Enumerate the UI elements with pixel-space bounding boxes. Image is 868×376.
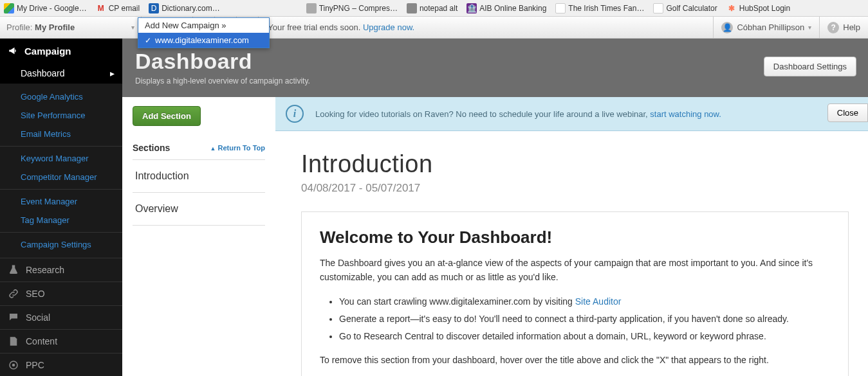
chevron-down-icon: ▾ — [131, 24, 134, 31]
user-menu[interactable]: 👤 Cóbhan Phillipson ▾ — [713, 17, 819, 38]
sidebar-dashboard[interactable]: Dashboard ▸ — [0, 63, 122, 84]
notepad-icon — [407, 3, 417, 13]
bookmark-notepad[interactable]: notepad alt — [407, 3, 457, 13]
welcome-bullet-1: You can start crawling www.digitalexamin… — [339, 293, 830, 310]
dropdown-add-campaign[interactable]: Add New Campaign » — [138, 18, 269, 33]
sidebar-link-email-metrics[interactable]: Email Metrics — [0, 125, 122, 143]
sidebar-cat-social[interactable]: Social — [0, 305, 122, 329]
campaign-dropdown: Add New Campaign » www.digitalexaminer.c… — [138, 17, 270, 48]
bookmark-label: Golf Calculator — [666, 4, 717, 13]
sidebar-link-site-performance[interactable]: Site Performance — [0, 106, 122, 125]
chat-icon — [8, 312, 19, 323]
info-icon: i — [286, 105, 304, 123]
chevron-down-icon: ▾ — [808, 24, 811, 31]
page-subtitle: Displays a high-level overview of campai… — [135, 76, 855, 85]
sidebar-campaign-label: Campaign — [24, 46, 71, 57]
dropdown-selected-label: www.digitalexaminer.com — [155, 35, 249, 45]
sidebar-link-google-analytics[interactable]: Google Analytics — [0, 87, 122, 106]
section-item-overview[interactable]: Overview — [133, 192, 265, 226]
golf-icon — [653, 3, 663, 13]
dict-icon: D — [149, 3, 159, 13]
bookmark-tinypng[interactable]: TinyPNG – Compres… — [306, 3, 398, 13]
sidebar-cat-content[interactable]: Content — [0, 329, 122, 353]
irishtimes-icon — [555, 3, 566, 13]
target-icon — [8, 359, 19, 371]
campaign-selector[interactable]: Campaign Add New Campaign » www.digitale… — [142, 17, 193, 38]
help-button[interactable]: ? Help — [819, 17, 868, 38]
aib-icon: 🏦 — [466, 3, 477, 13]
sidebar-link-event-manager[interactable]: Event Manager — [0, 192, 122, 211]
svg-point-1 — [12, 364, 15, 367]
bookmark-aib[interactable]: 🏦AIB Online Banking — [466, 3, 546, 13]
sections-column: Add Section Sections Return To Top Intro… — [122, 97, 275, 376]
dropdown-selected-campaign[interactable]: www.digitalexaminer.com — [138, 33, 269, 48]
bookmark-gdrive[interactable]: My Drive - Google… — [4, 3, 87, 13]
welcome-paragraph-1: The Dashboard gives you an at-a-glance v… — [320, 256, 830, 284]
notice-link[interactable]: start watching now. — [650, 109, 721, 119]
bookmark-label: The Irish Times Fan… — [568, 4, 644, 13]
intro-date-range: 04/08/2017 - 05/07/2017 — [301, 182, 849, 195]
megaphone-icon — [8, 45, 19, 57]
dashboard-settings-button[interactable]: Dashboard Settings — [764, 57, 856, 76]
bookmark-label: Dictionary.com… — [162, 4, 219, 13]
gdrive-icon — [4, 3, 14, 13]
sidebar-cat-seo[interactable]: SEO — [0, 282, 122, 305]
welcome-paragraph-2: To remove this section from your dashboa… — [320, 354, 830, 368]
sidebar-link-keyword-manager[interactable]: Keyword Manager — [0, 149, 122, 168]
bookmark-dictionary[interactable]: DDictionary.com… — [149, 3, 219, 13]
notice-close-button[interactable]: Close — [827, 103, 868, 122]
bookmark-golf[interactable]: Golf Calculator — [653, 3, 717, 13]
gmail-icon: M — [96, 3, 106, 13]
bookmark-hubspot[interactable]: ✱HubSpot Login — [726, 3, 790, 13]
trial-message: Your free trial ends soon. Upgrade now. — [259, 22, 713, 32]
bookmark-cpemail[interactable]: MCP email — [96, 3, 140, 13]
section-item-introduction[interactable]: Introduction — [133, 159, 265, 192]
upgrade-link[interactable]: Upgrade now. — [363, 22, 414, 32]
sidebar-cat-research[interactable]: Research — [0, 258, 122, 282]
bookmark-label: notepad alt — [420, 4, 457, 13]
welcome-bullet-3: Go to Research Central to discover detai… — [339, 328, 830, 345]
site-auditor-link[interactable]: Site Auditor — [575, 296, 622, 307]
document-icon — [8, 336, 19, 347]
intro-title: Introduction — [301, 150, 849, 178]
hubspot-icon: ✱ — [726, 3, 737, 13]
profile-prefix: Profile: — [6, 22, 35, 32]
sidebar-link-campaign-settings[interactable]: Campaign Settings — [0, 235, 122, 254]
sidebar-campaign-header[interactable]: Campaign — [0, 39, 122, 63]
bookmark-irishtimes[interactable]: The Irish Times Fan… — [555, 3, 644, 13]
sidebar-cat-ppc[interactable]: PPC — [0, 353, 122, 376]
tinypng-icon — [306, 3, 317, 13]
welcome-panel: Welcome to Your Dashboard! The Dashboard… — [301, 211, 849, 376]
bookmark-label: AIB Online Banking — [479, 4, 546, 13]
help-label: Help — [843, 22, 860, 32]
main-content: Dashboard Displays a high-level overview… — [122, 39, 868, 376]
sidebar-group-1: Google Analytics Site Performance Email … — [0, 84, 122, 258]
sidebar-link-competitor-manager[interactable]: Competitor Manager — [0, 168, 122, 186]
notice-text: Looking for video tutorials on Raven? No… — [315, 109, 650, 119]
help-icon: ? — [827, 22, 839, 33]
welcome-heading: Welcome to Your Dashboard! — [320, 228, 830, 247]
profile-selector[interactable]: Profile: My Profile ▾ — [0, 17, 142, 38]
return-to-top-link[interactable]: Return To Top — [210, 144, 265, 152]
bookmark-label: CP email — [109, 4, 140, 13]
user-name: Cóbhan Phillipson — [737, 22, 804, 32]
profile-name: My Profile — [35, 22, 75, 32]
user-avatar-icon: 👤 — [721, 22, 733, 33]
content-column: i Looking for video tutorials on Raven? … — [275, 97, 868, 376]
sections-heading: Sections — [133, 143, 170, 153]
bookmark-label: My Drive - Google… — [17, 4, 87, 13]
trial-text: Your free trial ends soon. — [268, 22, 363, 32]
chevron-right-icon: ▸ — [110, 68, 115, 78]
welcome-bullet-2: Generate a report—it's easy to do! You'l… — [339, 310, 830, 328]
bookmark-bar: My Drive - Google… MCP email DDictionary… — [0, 0, 868, 17]
bookmark-label: TinyPNG – Compres… — [319, 4, 398, 13]
add-section-button[interactable]: Add Section — [133, 106, 201, 126]
sidebar-link-tag-manager[interactable]: Tag Manager — [0, 211, 122, 229]
app-toolbar: Profile: My Profile ▾ Campaign Add New C… — [0, 17, 868, 39]
link-icon — [8, 288, 19, 300]
bookmark-label: HubSpot Login — [739, 4, 790, 13]
page-title: Dashboard — [135, 49, 855, 74]
sidebar: Campaign Dashboard ▸ Google Analytics Si… — [0, 39, 122, 376]
info-notice: i Looking for video tutorials on Raven? … — [275, 97, 868, 131]
sidebar-dashboard-label: Dashboard — [21, 68, 65, 78]
